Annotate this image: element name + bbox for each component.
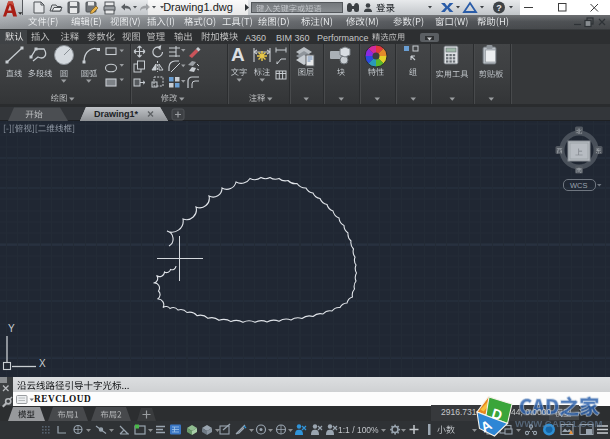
svg-text:?: ? bbox=[496, 3, 502, 13]
